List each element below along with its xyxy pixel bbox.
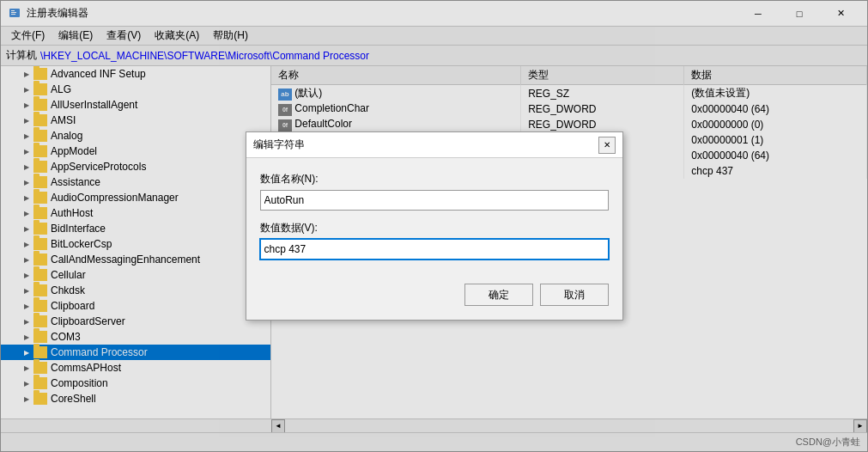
name-input[interactable] xyxy=(260,190,609,211)
data-input[interactable] xyxy=(260,239,609,260)
dialog-buttons: 确定 取消 xyxy=(246,277,622,320)
dialog-overlay: 编辑字符串 ✕ 数值名称(N): 数值数据(V): 确定 取消 xyxy=(0,0,868,452)
data-field-label: 数值数据(V): xyxy=(260,221,609,235)
cancel-button[interactable]: 取消 xyxy=(540,284,609,306)
name-field-label: 数值名称(N): xyxy=(260,172,609,186)
edit-string-dialog: 编辑字符串 ✕ 数值名称(N): 数值数据(V): 确定 取消 xyxy=(246,131,623,321)
name-field-group: 数值名称(N): xyxy=(260,172,609,211)
dialog-body: 数值名称(N): 数值数据(V): xyxy=(246,158,622,277)
dialog-title-bar: 编辑字符串 ✕ xyxy=(246,132,622,158)
dialog-close-button[interactable]: ✕ xyxy=(598,137,616,154)
data-field-group: 数值数据(V): xyxy=(260,221,609,260)
dialog-title: 编辑字符串 xyxy=(253,137,305,152)
ok-button[interactable]: 确定 xyxy=(464,284,533,306)
